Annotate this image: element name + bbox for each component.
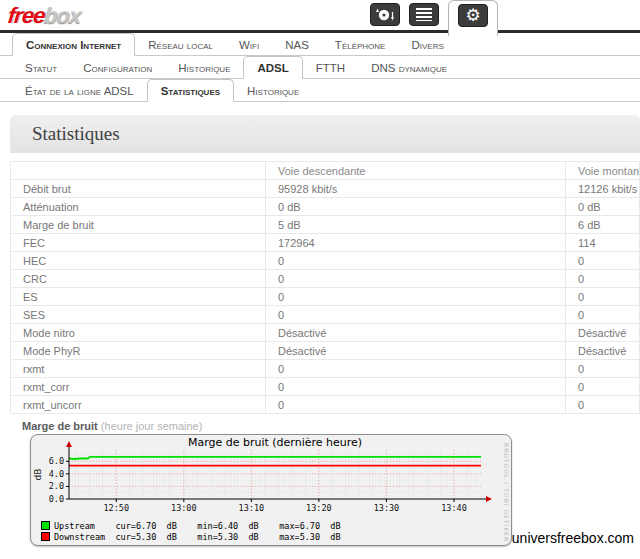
- rrdtool-watermark: RRDTOOL / TOBI OETIKER: [503, 443, 510, 542]
- stat-value: Désactivé: [266, 324, 566, 342]
- subtab-adsl[interactable]: ADSL: [243, 56, 302, 79]
- nav-tertiary: État de la ligne ADSLStatistiquesHistori…: [0, 79, 640, 102]
- stat-label: rxmt: [11, 360, 266, 378]
- stat-value: Désactivé: [566, 324, 640, 342]
- stat-value: 0: [266, 252, 566, 270]
- table-row: rxmt_corr00: [11, 378, 640, 396]
- noise-margin-chart: 12:5013:0013:1013:2013:3013:400.02.04.06…: [30, 434, 512, 546]
- stat-value: 0: [266, 288, 566, 306]
- table-row: ES00: [11, 288, 640, 306]
- table-row: FEC172964114: [11, 234, 640, 252]
- subsubtab--tat-de-la-ligne-adsl[interactable]: État de la ligne ADSL: [12, 80, 147, 101]
- stat-value: 95928 kbit/s: [266, 180, 566, 198]
- stat-label: SES: [11, 306, 266, 324]
- stat-value: 0: [266, 270, 566, 288]
- stat-value: 0: [566, 288, 640, 306]
- svg-text:2.0: 2.0: [49, 481, 64, 491]
- subtab-ftth[interactable]: FTTH: [303, 57, 358, 78]
- stat-value: 172964: [266, 234, 566, 252]
- stat-value: 114: [566, 234, 640, 252]
- tab-wifi[interactable]: Wifi: [226, 34, 272, 55]
- table-row: HEC00: [11, 252, 640, 270]
- tab-t-l-phone[interactable]: Téléphone: [322, 34, 399, 55]
- header-icons: ⚙: [370, 3, 498, 36]
- stat-value: 0: [266, 396, 566, 414]
- column-header: Voie montante: [566, 162, 640, 180]
- svg-text:0.0: 0.0: [49, 494, 64, 504]
- stat-label: CRC: [11, 270, 266, 288]
- table-row: Marge de bruit5 dB6 dB: [11, 216, 640, 234]
- stat-value: Désactivé: [266, 342, 566, 360]
- graph-label-title: Marge de bruit: [22, 420, 98, 432]
- stat-label: ES: [11, 288, 266, 306]
- stat-value: 0: [266, 306, 566, 324]
- stat-value: 0: [566, 396, 640, 414]
- stat-value: 0: [266, 378, 566, 396]
- filebrowser-icon[interactable]: [409, 3, 439, 26]
- stat-label: rxmt_uncorr: [11, 396, 266, 414]
- freebox-logo: freebox: [7, 3, 82, 29]
- tab-nas[interactable]: NAS: [272, 34, 322, 55]
- stat-label: rxmt_corr: [11, 378, 266, 396]
- period-link-semaine[interactable]: semaine: [157, 420, 199, 432]
- logo-free: free: [7, 3, 46, 28]
- stat-value: 0: [566, 378, 640, 396]
- stat-label: Débit brut: [11, 180, 266, 198]
- content-area: Statistiques Voie descendanteVoie montan…: [10, 115, 640, 546]
- legend-entry-downstream: Downstream cur=5.30 dB min=5.30 dB max=5…: [41, 532, 511, 543]
- table-row: CRC00: [11, 270, 640, 288]
- stat-value: 12126 kbit/s: [566, 180, 640, 198]
- table-header-row: Voie descendanteVoie montante: [11, 162, 640, 180]
- table-row: Mode nitroDésactivéDésactivé: [11, 324, 640, 342]
- svg-text:13:20: 13:20: [306, 503, 332, 513]
- period-link-jour[interactable]: jour: [136, 420, 154, 432]
- table-row: rxmt00: [11, 360, 640, 378]
- site-watermark: universfreebox.com: [512, 530, 634, 546]
- stat-value: 0: [266, 360, 566, 378]
- settings-tab[interactable]: ⚙: [448, 0, 498, 36]
- adsl-stats-table: Voie descendanteVoie montanteDébit brut9…: [10, 161, 640, 414]
- stat-value: 0: [566, 360, 640, 378]
- subtab-dns-dynamique[interactable]: DNS dynamique: [358, 57, 460, 78]
- stat-value: 5 dB: [266, 216, 566, 234]
- svg-text:13:40: 13:40: [441, 503, 467, 513]
- subsubtab-historique[interactable]: Historique: [234, 80, 312, 101]
- tab-r-seau-local[interactable]: Réseau local: [135, 34, 226, 55]
- nav-primary: Connexion InternetRéseau localWifiNASTél…: [0, 33, 640, 56]
- stat-value: 0 dB: [266, 198, 566, 216]
- chart-plot: 12:5013:0013:1013:2013:3013:400.02.04.06…: [33, 437, 507, 521]
- subsubtab-statistiques[interactable]: Statistiques: [147, 79, 234, 102]
- period-link-heure[interactable]: heure: [105, 420, 133, 432]
- table-row: rxmt_uncorr00: [11, 396, 640, 414]
- subtab-configuration[interactable]: Configuration: [70, 57, 165, 78]
- subtab-statut[interactable]: Statut: [12, 57, 70, 78]
- tab-connexion-internet[interactable]: Connexion Internet: [12, 33, 135, 56]
- stat-value: 6 dB: [566, 216, 640, 234]
- stat-label: Marge de bruit: [11, 216, 266, 234]
- svg-text:6.0: 6.0: [49, 456, 64, 466]
- svg-text:13:00: 13:00: [171, 503, 197, 513]
- stat-value: 0: [566, 270, 640, 288]
- downloads-icon[interactable]: [370, 3, 400, 26]
- stat-label: Atténuation: [11, 198, 266, 216]
- stat-label: Mode PhyR: [11, 342, 266, 360]
- table-row: Débit brut95928 kbit/s12126 kbit/s: [11, 180, 640, 198]
- stat-value: Désactivé: [566, 342, 640, 360]
- legend-swatch: [41, 532, 50, 541]
- tab-divers[interactable]: Divers: [398, 34, 456, 55]
- legend-entry-upstream: Upstream cur=6.70 dB min=6.40 dB max=6.7…: [41, 521, 511, 532]
- table-row: Atténuation0 dB0 dB: [11, 198, 640, 216]
- stat-value: 0: [566, 306, 640, 324]
- subtab-historique[interactable]: Historique: [165, 57, 243, 78]
- svg-text:12:50: 12:50: [103, 503, 129, 513]
- app-header: freebox ⚙: [0, 0, 640, 33]
- graph-period-links: (heure jour semaine): [101, 420, 203, 432]
- settings-gear-icon: ⚙: [458, 4, 488, 27]
- graph-section-label: Marge de bruit (heure jour semaine): [22, 420, 640, 432]
- column-header: Voie descendante: [266, 162, 566, 180]
- chart-legend: Upstream cur=6.70 dB min=6.40 dB max=6.7…: [41, 521, 511, 542]
- nav-secondary: StatutConfigurationHistoriqueADSLFTTHDNS…: [0, 56, 640, 79]
- page-title: Statistiques: [10, 115, 640, 153]
- list-glyph: [416, 8, 432, 21]
- legend-swatch: [41, 521, 50, 530]
